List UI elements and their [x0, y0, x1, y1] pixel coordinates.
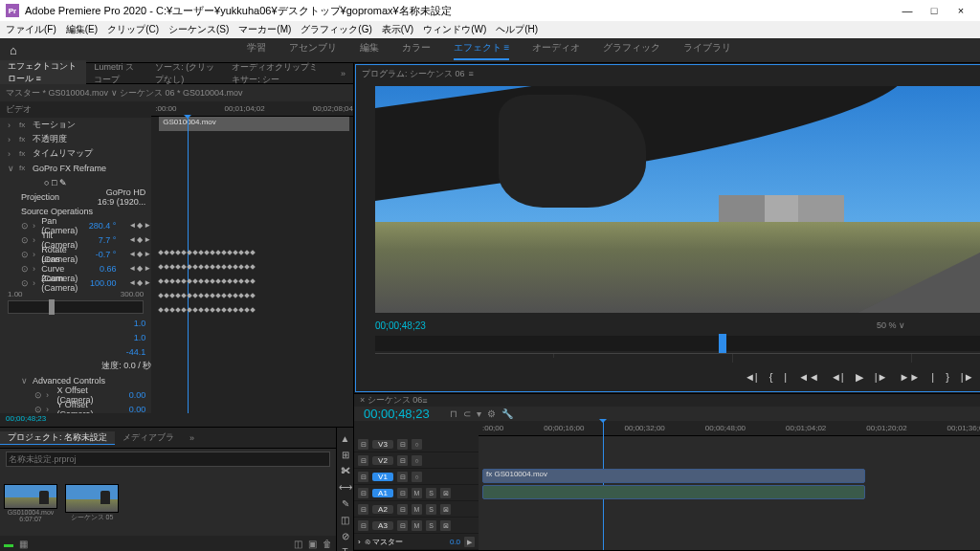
menu-item[interactable]: 表示(V) [382, 23, 413, 36]
menu-item[interactable]: 編集(E) [66, 23, 98, 36]
project-thumbnail[interactable]: シーケンス 05 [65, 484, 119, 522]
program-monitor: プログラム: シーケンス 06 ≡ [355, 64, 980, 392]
tool-button[interactable]: ⟷ [339, 482, 352, 493]
track-header[interactable]: ⊟V2⊟○ [354, 452, 479, 469]
program-scrubber[interactable] [375, 336, 980, 351]
timeline-timecode[interactable]: 00;00;48;23 [354, 407, 450, 421]
workspace-tab[interactable]: グラフィック [603, 41, 660, 60]
video-clip[interactable]: fx GS010004.mov [482, 469, 865, 483]
tool-button[interactable]: ✀ [341, 466, 350, 476]
program-tab[interactable]: プログラム: シーケンス 06 [362, 68, 465, 80]
transport-button[interactable]: { [769, 371, 773, 383]
transport-button[interactable]: ►► [899, 371, 920, 383]
transport-button[interactable]: ▶ [856, 371, 863, 384]
track-header[interactable]: ⊟V3⊟○ [354, 436, 479, 452]
tool-button[interactable]: ⊞ [342, 450, 349, 460]
effect-controls-header: マスター * GS010004.mov ∨ シーケンス 06 * GS01000… [0, 84, 353, 101]
menu-item[interactable]: クリップ(C) [107, 23, 159, 36]
workspace-tab[interactable]: カラー [402, 41, 431, 60]
panel-tab[interactable]: Lumetri スコープ [86, 61, 147, 86]
transport-button[interactable]: ◄| [745, 371, 758, 383]
menu-item[interactable]: ヘルプ(H) [496, 23, 538, 36]
menu-bar: ファイル(F)編集(E)クリップ(C)シーケンス(S)マーカー(M)グラフィック… [0, 21, 980, 38]
link-icon[interactable]: ⊂ [463, 408, 471, 419]
track-header[interactable]: ⊟A3⊟MS⊠ [354, 518, 479, 534]
minimize-button[interactable]: — [894, 5, 921, 16]
workspace-tab[interactable]: アセンブリ [289, 41, 337, 60]
audio-clip[interactable] [482, 485, 865, 499]
workspace-tabs: 学習アセンブリ編集カラーエフェクト ≡オーディオグラフィックライブラリ [27, 41, 951, 60]
transport-button[interactable]: | [784, 371, 787, 383]
home-button[interactable]: ⌂ [0, 43, 27, 57]
window-titlebar: Pr Adobe Premiere Pro 2020 - C:¥ユーザー¥yuk… [0, 0, 980, 21]
transport-button[interactable]: |► [961, 371, 974, 383]
panel-tab[interactable]: エフェクトコントロール ≡ [0, 60, 86, 86]
tool-button[interactable]: ⊘ [342, 531, 349, 541]
workspace-tab[interactable]: オーディオ [532, 41, 580, 60]
track-header[interactable]: ⊟A1⊟MS⊠ [354, 485, 479, 501]
transport-button[interactable]: |► [875, 371, 888, 383]
transport-button[interactable]: | [931, 371, 934, 383]
track-header[interactable]: ⊟A2⊟MS⊠ [354, 501, 479, 518]
settings-icon[interactable]: ⚙ [487, 408, 496, 419]
zoom-level[interactable]: 50 % [877, 320, 897, 330]
menu-item[interactable]: ファイル(F) [6, 23, 56, 36]
project-thumbnail[interactable]: GS010004.mov6:07:07 [4, 484, 57, 522]
tab-overflow[interactable]: » [333, 69, 353, 78]
transport-controls: ◄|{|◄◄◄|▶|►►►|}|►⊡✂📷⊞+ [356, 363, 980, 391]
program-timecode[interactable]: 00;00;48;23 [375, 320, 426, 331]
maximize-button[interactable]: □ [921, 5, 947, 16]
workspace-tab[interactable]: 編集 [360, 41, 379, 60]
new-item-icon[interactable]: ▣ [308, 539, 317, 549]
effect-controls-tabs: エフェクトコントロール ≡Lumetri スコープソース: (クリップなし)オー… [0, 63, 353, 84]
app-logo: Pr [6, 4, 19, 17]
tool-button[interactable]: ✎ [342, 498, 349, 509]
new-bin-icon[interactable]: ◫ [294, 539, 302, 549]
workspace-bar: ⌂ 学習アセンブリ編集カラーエフェクト ≡オーディオグラフィックライブラリ [0, 38, 980, 63]
panel-tab[interactable]: オーディオクリップミキサー: シー [224, 61, 333, 86]
marker-icon[interactable]: ▾ [477, 408, 481, 419]
menu-item[interactable]: マーカー(M) [238, 23, 291, 36]
timeline-tab[interactable]: × シーケンス 06 [360, 394, 422, 407]
menu-item[interactable]: グラフィック(G) [301, 23, 371, 36]
icon-view-icon[interactable]: ▦ [19, 539, 28, 549]
menu-item[interactable]: ウィンドウ(W) [423, 23, 486, 36]
trash-icon[interactable]: 🗑 [323, 539, 332, 549]
effect-controls-timeline[interactable]: :00:0000;01;04;0200;02;08;04 GS010004.mo… [151, 101, 353, 413]
window-title: Adobe Premiere Pro 2020 - C:¥ユーザー¥yukkuh… [25, 4, 894, 18]
effect-controls-properties: ビデオ›fxモーション›fx不透明度›fxタイムリマップ∨fxGoPro FX … [0, 101, 151, 413]
workspace-tab[interactable]: ライブラリ [683, 41, 731, 60]
tool-button[interactable]: T [342, 547, 347, 551]
wrench-icon[interactable]: 🔧 [501, 408, 513, 419]
program-viewport[interactable] [375, 86, 980, 313]
tool-button[interactable]: ▲ [341, 433, 350, 444]
menu-item[interactable]: シーケンス(S) [168, 23, 229, 36]
transport-button[interactable]: ◄◄ [798, 371, 819, 383]
workspace-tab[interactable]: 学習 [247, 41, 266, 60]
workspace-tab[interactable]: エフェクト ≡ [454, 41, 510, 60]
tab-project[interactable]: プロジェクト: 名称未設定 [0, 431, 115, 445]
timeline-panel: × シーケンス 06 ≡ 00;00;48;23 ⊓ ⊂ ▾ ⚙ 🔧 ⊟V3⊟○… [354, 393, 980, 551]
close-button[interactable]: × [947, 5, 974, 16]
list-view-icon[interactable]: ▬ [4, 539, 13, 549]
tool-button[interactable]: ◫ [341, 515, 349, 525]
panel-tab[interactable]: ソース: (クリップなし) [147, 61, 224, 86]
snap-icon[interactable]: ⊓ [450, 408, 457, 419]
project-search-input[interactable] [6, 452, 330, 467]
tab-overflow[interactable]: » [182, 433, 202, 443]
track-header[interactable]: ⊟V1⊟○ [354, 469, 479, 485]
transport-button[interactable]: } [946, 371, 949, 383]
ec-timecode: 00;00;48;23 [0, 413, 353, 427]
tab-media-browser[interactable]: メディアブラ [115, 431, 182, 444]
transport-button[interactable]: ◄| [831, 371, 844, 383]
